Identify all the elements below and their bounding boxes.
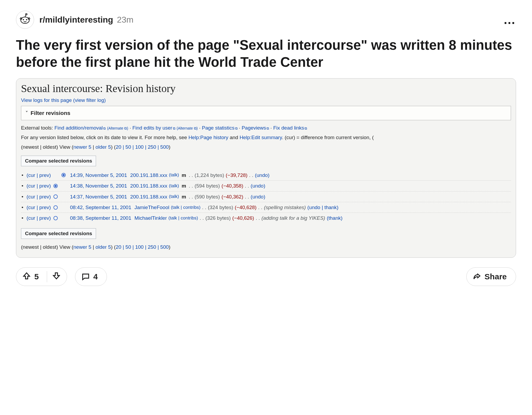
pager-older-2[interactable]: older 5: [95, 244, 111, 250]
compare-revisions-button-bottom[interactable]: Compare selected revisions: [21, 228, 96, 239]
reddit-snoo-icon: [19, 13, 31, 26]
radio-diff[interactable]: [61, 173, 66, 177]
user-meta-links[interactable]: (talk | contribs): [171, 204, 200, 211]
user-meta-links[interactable]: (talk): [169, 172, 179, 179]
separator: . .: [245, 193, 249, 201]
revision-user-link[interactable]: 200.191.188.xxx: [130, 182, 167, 190]
tool-find-addremove[interactable]: Find addition/removal: [55, 125, 103, 131]
view-logs-link[interactable]: View logs for this page (view filter log…: [21, 97, 511, 103]
revision-user-link[interactable]: MichaelTinkler: [134, 214, 167, 222]
downvote-button[interactable]: [52, 271, 61, 282]
revision-actions[interactable]: (undo): [251, 182, 265, 190]
revision-size: (590 bytes): [195, 193, 220, 201]
revision-size: (326 bytes): [205, 214, 231, 222]
pager-counts[interactable]: 20 | 50 | 100 | 250 | 500: [116, 144, 169, 150]
revision-user-link[interactable]: 200.191.188.xxx: [130, 171, 167, 179]
revision-date-link[interactable]: 14:37, November 5, 2001: [70, 193, 127, 201]
bullet-icon: •: [22, 171, 23, 179]
radio-oldid[interactable]: [53, 184, 58, 188]
revision-actions[interactable]: (undo | thank): [307, 204, 339, 211]
revision-date-link[interactable]: 08:38, September 11, 2001: [70, 214, 131, 222]
revision-actions[interactable]: (thank): [327, 214, 342, 222]
subreddit-link[interactable]: r/mildlyinteresting: [39, 15, 113, 25]
pill-divider: [47, 271, 47, 282]
pager-newer-2[interactable]: newer 5: [73, 244, 92, 250]
ext-tools-label: External tools:: [21, 125, 53, 131]
comment-icon: [81, 272, 90, 281]
minor-edit-flag: m: [182, 193, 186, 201]
user-meta-links[interactable]: (talk): [169, 182, 179, 189]
revision-size: (324 bytes): [208, 204, 233, 211]
filter-revisions-toggle[interactable]: ˅ Filter revisions: [21, 106, 511, 120]
cur-prev-links[interactable]: (cur | prev): [27, 182, 51, 190]
tool-alt2[interactable]: (Alternate ⧉): [177, 126, 198, 130]
help-edit-summary-link[interactable]: Help:Edit summary: [240, 135, 282, 140]
revision-actions[interactable]: (undo): [255, 171, 269, 179]
cur-prev-links[interactable]: (cur | prev): [27, 204, 51, 211]
cur-prev-links[interactable]: (cur | prev): [27, 171, 51, 179]
downvote-icon: [52, 271, 61, 280]
chevron-down-icon: ˅: [26, 110, 28, 116]
post-image-embed: Sexual intercourse: Revision history Vie…: [16, 78, 516, 258]
tool-pageviews[interactable]: Pageviews: [242, 125, 266, 131]
revision-list: •(cur | prev)14:39, November 5, 2001 200…: [21, 170, 511, 223]
revision-date-link[interactable]: 08:42, September 11, 2001: [70, 204, 131, 211]
help-page-history-link[interactable]: Help:Page history: [188, 135, 228, 140]
post-title: The very first version of the page "Sexu…: [16, 37, 516, 71]
upvote-icon: [22, 271, 31, 280]
revision-date-link[interactable]: 14:38, November 5, 2001: [70, 182, 127, 190]
separator: . .: [202, 204, 206, 211]
radio-oldid[interactable]: [53, 194, 58, 199]
pager-counts-2[interactable]: 20 | 50 | 100 | 250 | 500: [116, 244, 169, 250]
user-meta-links[interactable]: (talk): [169, 193, 179, 200]
radio-diff[interactable]: [61, 184, 66, 188]
svg-point-1: [26, 19, 27, 20]
revision-bytes-diff: (−40,628): [235, 204, 256, 211]
revision-actions[interactable]: (undo): [251, 193, 265, 201]
pager-older[interactable]: older 5: [95, 144, 111, 150]
upvote-button[interactable]: [22, 271, 31, 282]
cur-prev-links[interactable]: (cur | prev): [27, 193, 51, 201]
separator: . .: [245, 182, 249, 190]
help-b: . (cur) = difference from current versio…: [282, 135, 374, 140]
revision-user-link[interactable]: 200.191.188.xxx: [130, 193, 167, 201]
subreddit-avatar[interactable]: [16, 11, 34, 29]
external-tools-row: External tools: Find addition/removal⧉ (…: [21, 124, 511, 132]
revision-row: •(cur | prev)08:38, September 11, 2001 M…: [21, 213, 511, 223]
pager-newer[interactable]: newer 5: [73, 144, 92, 150]
revision-row: •(cur | prev)14:39, November 5, 2001 200…: [21, 170, 511, 181]
revision-size: (594 bytes): [195, 182, 220, 190]
revision-user-link[interactable]: JamieTheFoool: [134, 204, 169, 211]
separator: . .: [189, 171, 193, 179]
pager-sep1: |: [91, 144, 95, 150]
share-button[interactable]: Share: [466, 267, 516, 286]
radio-oldid[interactable]: [53, 216, 58, 220]
separator: . .: [256, 214, 260, 222]
separator: . .: [249, 171, 253, 179]
post-header: r/mildlyinteresting 23m …: [16, 11, 516, 29]
tool-find-edits[interactable]: Find edits by user: [132, 125, 172, 131]
compare-revisions-button-top[interactable]: Compare selected revisions: [21, 156, 96, 166]
pager-a2: (newest | oldest) View (: [21, 244, 73, 250]
tool-fix-dead[interactable]: Fix dead links: [273, 125, 304, 131]
user-meta-links[interactable]: (talk | contribs): [168, 215, 198, 222]
cur-prev-links[interactable]: (cur | prev): [27, 214, 51, 222]
revision-row: •(cur | prev)14:37, November 5, 2001 200…: [21, 192, 511, 202]
svg-point-5: [26, 14, 27, 15]
comments-button[interactable]: 4: [75, 267, 107, 286]
pager-sep2: |: [91, 244, 95, 250]
tool-alt1[interactable]: (Alternate ⧉): [107, 126, 128, 130]
radio-diff[interactable]: [61, 205, 66, 210]
more-options-icon[interactable]: …: [503, 13, 516, 27]
radio-oldid[interactable]: [53, 205, 58, 210]
radio-diff[interactable]: [61, 216, 66, 220]
post-action-bar: 5 4 Share: [16, 267, 516, 286]
radio-diff[interactable]: [61, 194, 66, 199]
revision-bytes-diff: (−40,626): [232, 214, 254, 222]
radio-oldid[interactable]: [53, 173, 58, 177]
bullet-icon: •: [22, 182, 23, 190]
revision-date-link[interactable]: 14:39, November 5, 2001: [70, 171, 127, 179]
share-icon: [472, 272, 481, 281]
separator: . .: [258, 204, 262, 211]
tool-page-stats[interactable]: Page statistics: [202, 125, 235, 131]
